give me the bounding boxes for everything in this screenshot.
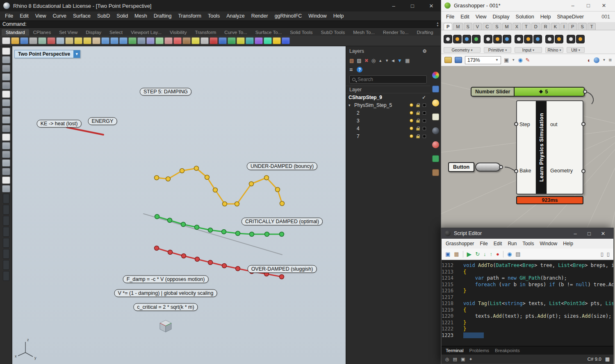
collapsed-panel-tab[interactable] — [3, 238, 9, 248]
box-icon[interactable] — [2, 151, 10, 158]
layer-panel-icon[interactable] — [237, 37, 245, 44]
layers-gear-icon[interactable]: ⚙ — [422, 48, 427, 54]
watch-eye-icon[interactable]: ◉ — [507, 251, 512, 257]
tab-standard[interactable]: Standard — [2, 29, 29, 36]
layer-filter-icon[interactable]: ▼ — [397, 58, 402, 63]
gh-ribbon-tab[interactable]: P — [444, 23, 452, 30]
menu-item-help[interactable]: Help — [563, 241, 573, 246]
layer-lock-icon[interactable] — [416, 104, 420, 107]
menu-item-grasshopper[interactable]: Grasshopper — [446, 241, 474, 246]
menu-item-tools[interactable]: Tools — [205, 12, 223, 20]
record-icon[interactable]: ● — [496, 251, 499, 257]
close-icon[interactable]: ✕ — [596, 228, 610, 239]
environment-panel-icon[interactable] — [432, 155, 439, 162]
menu-item-file[interactable]: File — [480, 241, 487, 246]
over-damped-point[interactable] — [195, 257, 200, 262]
maximize-icon[interactable]: □ — [582, 228, 596, 239]
palette-group-label[interactable]: Util▾ — [567, 47, 585, 53]
run-script-icon[interactable]: ▶ — [467, 251, 472, 258]
critically-damped-point[interactable] — [265, 232, 269, 237]
viewport-menu-caret-icon[interactable]: ▼ — [73, 50, 80, 58]
script-editor-title-bar[interactable]: Script Editor – □ ✕ — [442, 228, 613, 239]
control-point-curve-icon[interactable] — [2, 73, 10, 81]
materials-panel-icon[interactable] — [432, 127, 439, 134]
tab-subd-tools[interactable]: SubD Tools — [317, 29, 349, 36]
split-pane-icon[interactable]: ▯ — [601, 251, 604, 257]
display-panel-icon[interactable] — [432, 86, 439, 93]
material-editor-icon[interactable] — [255, 37, 263, 44]
rotate-icon[interactable] — [155, 37, 164, 44]
collapsed-panel-tab[interactable] — [3, 227, 9, 237]
tab-mesh-tools[interactable]: Mesh To... — [349, 29, 379, 36]
gh-ribbon-tab[interactable]: V — [473, 23, 482, 30]
layers-hamburger-icon[interactable]: ≡ — [349, 66, 353, 73]
collapsed-panel-tab[interactable] — [3, 271, 9, 281]
status-extensions-icon[interactable]: ✦ — [469, 357, 472, 362]
gh-ribbon-tab[interactable]: I — [560, 23, 567, 30]
under-damped-point[interactable] — [213, 188, 218, 192]
step-down-icon[interactable]: ↓ — [483, 251, 486, 257]
over-damped-point[interactable] — [155, 246, 159, 251]
preview-eye-icon[interactable]: ◉ — [518, 57, 522, 63]
gh-ribbon-tab[interactable]: X — [512, 23, 521, 30]
environment-icon[interactable] — [264, 37, 272, 44]
critically-damped-point[interactable] — [155, 215, 159, 219]
number-slider-track[interactable]: ◆ 5 — [515, 88, 584, 96]
menu-item-help[interactable]: Help — [540, 14, 551, 20]
minimize-icon[interactable]: – — [568, 228, 582, 239]
menu-item-transform[interactable]: Transform — [175, 12, 205, 20]
tab-curve-tools[interactable]: Curve To... — [220, 29, 251, 36]
viewport-title-tab[interactable]: Two Point Perspective ▼ — [14, 50, 80, 58]
layer-lock-icon[interactable] — [416, 120, 420, 123]
select-icon[interactable] — [2, 47, 10, 55]
number-slider-component[interactable]: Number Slider ◆ 5 — [471, 87, 585, 97]
component-icon[interactable] — [462, 35, 471, 43]
viewport-annotation[interactable]: STEP 5: DAMPING — [140, 88, 191, 96]
move-tool-icon[interactable] — [2, 176, 10, 184]
under-damped-point[interactable] — [166, 177, 171, 181]
layers-help-icon[interactable]: ? — [357, 67, 362, 72]
help-icon[interactable] — [282, 37, 290, 44]
point-icon[interactable] — [2, 56, 10, 63]
menu-item-solution[interactable]: Solution — [516, 14, 534, 20]
component-icon[interactable] — [524, 35, 533, 43]
wire-slider-to-step[interactable] — [585, 92, 593, 104]
layer-row[interactable]: 7 — [346, 132, 430, 140]
menu-item-curve[interactable]: Curve — [50, 12, 70, 20]
critically-damped-point[interactable] — [222, 230, 226, 234]
menu-item-ggrhinoifc[interactable]: ggRhinoIFC — [271, 12, 305, 20]
layer-color-swatch[interactable] — [423, 119, 426, 122]
object-snap-icon[interactable] — [191, 37, 200, 44]
menu-item-analyze[interactable]: Analyze — [223, 12, 248, 20]
critically-damped-point[interactable] — [250, 232, 254, 237]
learn-physics-simulation-component[interactable]: Step Bake Learn Physics Simulation out G… — [516, 100, 583, 194]
palette-group-label[interactable]: Primitive▾ — [484, 47, 511, 53]
under-damped-point[interactable] — [194, 166, 199, 171]
preview-mode-icon[interactable]: ◐ — [588, 57, 591, 63]
layer-columns-icon[interactable]: ▦ — [405, 58, 410, 63]
under-damped-point[interactable] — [180, 169, 184, 173]
tab-breakpoints[interactable]: Breakpoints — [495, 348, 520, 353]
rectangle-icon[interactable] — [2, 108, 10, 115]
undo-icon[interactable] — [74, 37, 82, 44]
critically-damped-point[interactable] — [208, 228, 213, 233]
new-sublayer-icon[interactable]: ▨ — [357, 58, 361, 63]
scale-icon[interactable] — [164, 37, 173, 44]
menu-item-view[interactable]: View — [32, 12, 50, 20]
move-icon[interactable] — [146, 37, 155, 44]
collapsed-panel-tab[interactable] — [3, 194, 9, 203]
menu-item-file[interactable]: File — [2, 12, 16, 20]
viewport-annotation[interactable]: CRITICALLY DAMPED (optimal) — [241, 218, 323, 226]
under-damped-point[interactable] — [205, 175, 210, 180]
snippet-icon[interactable]: ▤ — [515, 251, 520, 257]
geometry-output-nub[interactable] — [581, 169, 585, 173]
shaded-preview-icon[interactable] — [594, 57, 599, 63]
polygon-icon[interactable] — [2, 116, 10, 124]
maximize-icon[interactable]: □ — [403, 0, 422, 11]
menu-item-help[interactable]: Help — [330, 12, 347, 20]
code-editor[interactable]: 1212121312141215121612171218121912201221… — [442, 260, 613, 346]
over-damped-point[interactable] — [236, 267, 240, 271]
component-icon[interactable] — [545, 35, 554, 43]
over-damped-point[interactable] — [222, 264, 227, 268]
new-file-icon[interactable] — [2, 37, 10, 44]
